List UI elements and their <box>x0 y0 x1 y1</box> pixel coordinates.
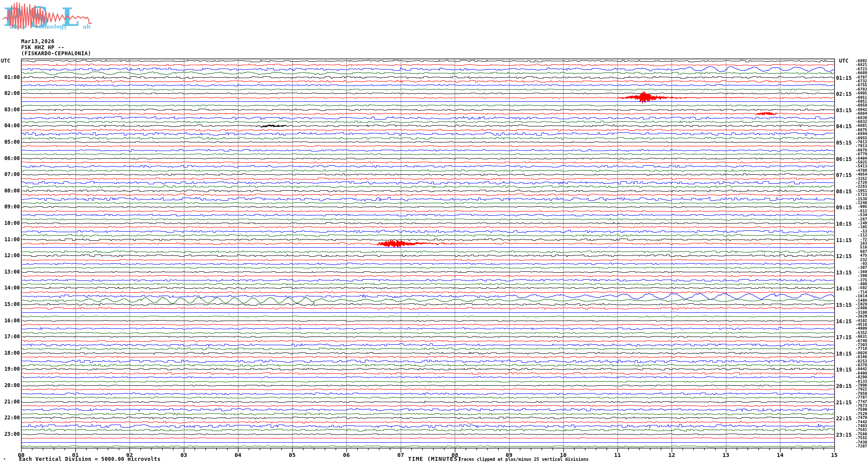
right-time-label: 20:15 <box>836 383 852 389</box>
right-time-label: 21:15 <box>836 400 852 406</box>
left-time-label: 23:00 <box>0 431 20 437</box>
right-time-label: 06:15 <box>836 156 852 162</box>
left-time-label: 14:00 <box>0 285 20 291</box>
right-time-label: 18:15 <box>836 351 852 357</box>
right-edge-value: -7207 <box>852 444 867 448</box>
left-time-label: 20:00 <box>0 382 20 388</box>
left-time-label: 12:00 <box>0 252 20 258</box>
right-time-label: 08:15 <box>836 189 852 195</box>
left-time-label: 04:00 <box>0 123 20 129</box>
clip-note: Traces clipped at plus/minus 25 vertical… <box>459 457 589 462</box>
left-time-label: 06:00 <box>0 155 20 161</box>
x-tick-label: 03 <box>181 452 187 458</box>
corner-glyph: ₘ <box>3 456 6 460</box>
utc-label-left: UTC <box>1 58 10 64</box>
left-time-label: 07:00 <box>0 171 20 177</box>
psl-logo: P S L atras eismology ab <box>3 1 94 32</box>
seismogram-plot <box>0 0 868 466</box>
x-tick-label: 05 <box>289 452 296 458</box>
left-time-label: 21:00 <box>0 399 20 405</box>
right-time-label: 14:15 <box>836 286 852 292</box>
right-time-label: 11:15 <box>836 237 852 243</box>
left-time-label: 13:00 <box>0 269 20 275</box>
left-time-label: 02:00 <box>0 90 20 96</box>
right-time-label: 03:15 <box>836 107 852 113</box>
left-time-label: 01:00 <box>0 74 20 80</box>
left-time-label: 19:00 <box>0 366 20 372</box>
right-time-label: 10:15 <box>836 221 852 227</box>
right-time-label: 19:15 <box>836 367 852 373</box>
x-tick-label: 15 <box>831 452 838 458</box>
right-time-label: 05:15 <box>836 140 852 146</box>
helicorder-screen: P S L atras eismology ab Mar13,2026 FSK … <box>0 0 868 466</box>
right-time-label: 01:15 <box>836 75 852 81</box>
left-time-label: 22:00 <box>0 415 20 421</box>
x-tick-label: 13 <box>722 452 729 458</box>
left-time-label: 03:00 <box>0 107 20 113</box>
left-time-label: 18:00 <box>0 350 20 356</box>
x-tick-label: 04 <box>234 452 241 458</box>
right-time-label: 15:15 <box>836 302 852 308</box>
header-station: FSK HHZ HP -- <box>21 44 64 50</box>
logo-word-eismology: eismology <box>35 23 67 30</box>
header-date: Mar13,2026 <box>21 38 54 44</box>
left-time-label: 15:00 <box>0 301 20 307</box>
right-time-label: 09:15 <box>836 205 852 211</box>
right-time-label: 02:15 <box>836 91 852 97</box>
left-time-label: 05:00 <box>0 139 20 145</box>
header-location: (FISKARDO-CEPHALONIA) <box>21 50 91 57</box>
left-time-label: 11:00 <box>0 236 20 242</box>
x-tick-label: 11 <box>614 452 621 458</box>
left-time-label: 16:00 <box>0 318 20 324</box>
right-time-label: 12:15 <box>836 253 852 259</box>
x-axis-title: TIME (MINUTES) <box>408 456 462 462</box>
right-time-label: 23:15 <box>836 432 852 438</box>
left-time-label: 17:00 <box>0 334 20 340</box>
x-tick-label: 07 <box>397 452 404 458</box>
right-time-label: 16:15 <box>836 318 852 324</box>
utc-label-right: UTC <box>839 58 849 64</box>
x-tick-label: 14 <box>777 452 784 458</box>
logo-word-ab: ab <box>83 23 91 30</box>
right-time-label: 13:15 <box>836 270 852 276</box>
left-time-label: 08:00 <box>0 188 20 194</box>
right-time-label: 17:15 <box>836 334 852 340</box>
x-tick-label: 12 <box>668 452 675 458</box>
scale-note: Each Vertical Division = 5000.00 microvo… <box>19 456 161 462</box>
right-time-label: 07:15 <box>836 172 852 178</box>
left-time-label: 09:00 <box>0 204 20 210</box>
x-tick-label: 06 <box>343 452 350 458</box>
left-time-label: 10:00 <box>0 220 20 226</box>
right-time-label: 04:15 <box>836 123 852 129</box>
right-time-label: 22:15 <box>836 416 852 422</box>
